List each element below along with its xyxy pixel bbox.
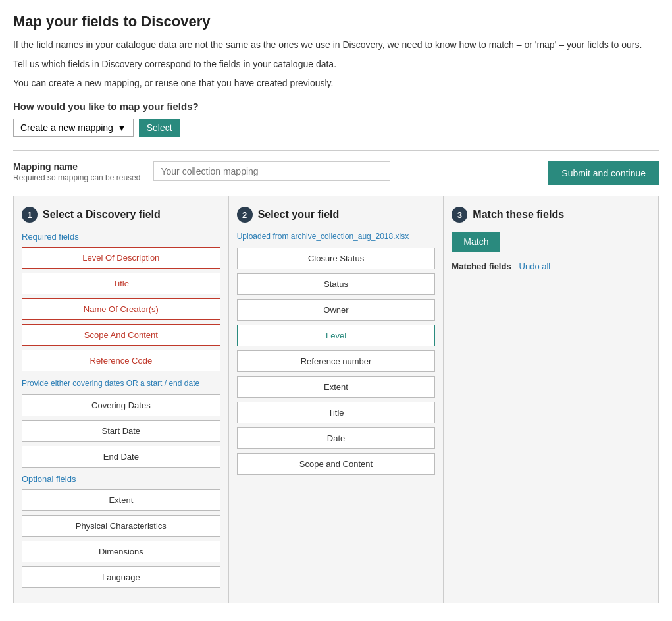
intro-text-3: You can create a new mapping, or reuse o… [13, 76, 659, 90]
col-discovery-field: 1 Select a Discovery field Required fiel… [14, 196, 229, 603]
col1-num: 1 [22, 207, 38, 223]
uploaded-from-label: Uploaded from archive_collection_aug_201… [237, 232, 436, 241]
mapping-select-row: Create a new mapping ▼ Select [13, 119, 659, 137]
undo-all-link[interactable]: Undo all [519, 261, 551, 271]
your-field-date[interactable]: Date [237, 427, 436, 449]
mapping-name-left: Mapping name Required so mapping can be … [13, 161, 140, 182]
field-physical-characteristics[interactable]: Physical Characteristics [22, 515, 220, 537]
your-field-title[interactable]: Title [237, 402, 436, 423]
field-start-date[interactable]: Start Date [22, 420, 220, 442]
matched-fields-label: Matched fields [452, 261, 511, 271]
your-field-owner[interactable]: Owner [237, 299, 436, 321]
how-map-label: How would you like to map your fields? [13, 101, 659, 112]
field-extent[interactable]: Extent [22, 489, 220, 511]
matched-fields-row: Matched fields Undo all [452, 261, 650, 271]
your-field-scope-content[interactable]: Scope and Content [237, 453, 436, 475]
col2-num: 2 [237, 207, 253, 223]
your-field-closure-status[interactable]: Closure Status [237, 248, 436, 269]
field-level-of-description[interactable]: Level Of Description [22, 247, 220, 269]
col-match-fields: 3 Match these fields Match Matched field… [444, 196, 658, 603]
col2-title: Select your field [258, 209, 340, 221]
field-language[interactable]: Language [22, 566, 220, 588]
your-field-level[interactable]: Level [237, 325, 436, 346]
mapping-name-mid [140, 161, 548, 181]
submit-continue-button[interactable]: Submit and continue [548, 161, 659, 185]
mapping-name-sublabel: Required so mapping can be reused [13, 173, 140, 182]
page-title: Map your fields to Discovery [13, 13, 659, 30]
your-field-status[interactable]: Status [237, 273, 436, 295]
mapping-name-input[interactable] [153, 161, 390, 181]
required-fields-label: Required fields [22, 232, 220, 242]
col3-title: Match these fields [473, 209, 564, 221]
field-end-date[interactable]: End Date [22, 446, 220, 468]
col1-header: 1 Select a Discovery field [22, 207, 220, 223]
col-your-field: 2 Select your field Uploaded from archiv… [229, 196, 444, 603]
col3-header: 3 Match these fields [452, 207, 650, 223]
match-button[interactable]: Match [452, 232, 500, 252]
mapping-dropdown[interactable]: Create a new mapping ▼ [13, 119, 134, 137]
field-dimensions[interactable]: Dimensions [22, 541, 220, 562]
field-reference-code[interactable]: Reference Code [22, 350, 220, 371]
divider [13, 150, 659, 151]
three-col-layout: 1 Select a Discovery field Required fiel… [13, 196, 659, 603]
intro-text-2: Tell us which fields in Discovery corres… [13, 57, 659, 71]
optional-fields-label: Optional fields [22, 474, 220, 484]
your-field-extent[interactable]: Extent [237, 376, 436, 398]
col2-header: 2 Select your field [237, 207, 436, 223]
mapping-name-row: Mapping name Required so mapping can be … [13, 161, 659, 185]
field-title[interactable]: Title [22, 273, 220, 294]
mapping-name-label: Mapping name [13, 161, 140, 172]
intro-text-1: If the field names in your catalogue dat… [13, 38, 659, 52]
provide-dates-label: Provide either covering dates OR a start… [22, 378, 220, 389]
field-name-of-creator[interactable]: Name Of Creator(s) [22, 298, 220, 320]
field-covering-dates[interactable]: Covering Dates [22, 394, 220, 416]
field-scope-and-content[interactable]: Scope And Content [22, 324, 220, 346]
select-button[interactable]: Select [139, 119, 180, 137]
dropdown-arrow-icon: ▼ [117, 122, 126, 133]
col3-num: 3 [452, 207, 467, 223]
dropdown-value: Create a new mapping [20, 122, 113, 133]
your-field-reference-number[interactable]: Reference number [237, 350, 436, 372]
col1-title: Select a Discovery field [43, 209, 161, 221]
